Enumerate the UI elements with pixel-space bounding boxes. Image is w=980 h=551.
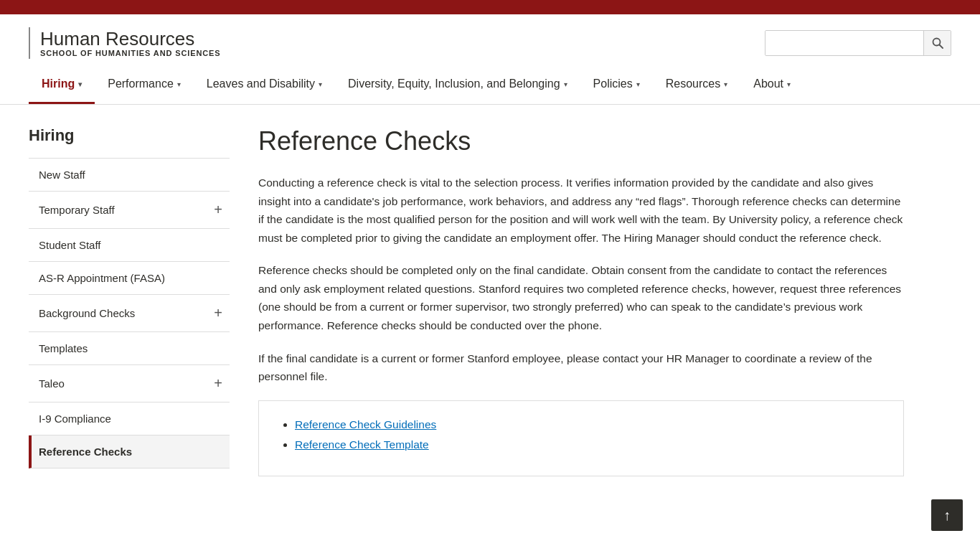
nav-label: Hiring [42,77,75,90]
site-subtitle: School of Humanities and Sciences [40,49,221,57]
search-button[interactable] [923,31,951,55]
nav-label: Resources [666,77,720,90]
nav-link[interactable]: Leaves and Disability▾ [194,66,335,102]
sidebar-link[interactable]: Taleo+ [29,365,230,402]
sidebar-link[interactable]: New Staff [29,159,230,191]
nav-list: Hiring▾Performance▾Leaves and Disability… [29,66,951,104]
chevron-down-icon: ▾ [787,80,791,88]
nav-label: Diversity, Equity, Inclusion, and Belong… [348,77,560,90]
search-input[interactable] [765,31,923,55]
links-list: Reference Check GuidelinesReference Chec… [281,418,882,451]
header-left: Human Resources School of Humanities and… [29,27,221,59]
main-layout: Hiring New StaffTemporary Staff+Student … [0,105,980,507]
content-link[interactable]: Reference Check Template [295,438,429,451]
sidebar: Hiring New StaffTemporary Staff+Student … [29,126,230,485]
sidebar-item-label: Background Checks [39,307,135,319]
sidebar-menu-item: Templates [29,332,230,365]
sidebar-item-label: Templates [39,342,88,354]
sidebar-menu-item: Background Checks+ [29,295,230,332]
sidebar-item-label: New Staff [39,169,85,181]
sidebar-link[interactable]: Templates [29,332,230,364]
nav-label: Leaves and Disability [207,77,315,90]
content-paragraph-3: If the final candidate is a current or f… [258,349,904,386]
sidebar-link[interactable]: Reference Checks [32,435,230,468]
site-title: Human Resources [40,29,221,50]
nav-link[interactable]: About▾ [740,66,804,102]
chevron-down-icon: ▾ [78,80,82,88]
sidebar-item-label: Taleo [39,377,65,390]
nav-item-diversity-equity-inclusion-and-belonging: Diversity, Equity, Inclusion, and Belong… [335,66,580,104]
sidebar-link[interactable]: Temporary Staff+ [29,192,230,228]
nav-item-policies: Policies▾ [580,66,653,104]
sidebar-menu-item: New Staff [29,159,230,192]
chevron-down-icon: ▾ [636,80,640,88]
content-area: Reference Checks Conducting a reference … [258,126,904,485]
nav-link[interactable]: Performance▾ [95,66,194,102]
nav-item-about: About▾ [740,66,804,104]
nav-label: About [753,77,783,90]
search-icon [932,37,943,49]
nav-item-leaves-and-disability: Leaves and Disability▾ [194,66,335,104]
list-item: Reference Check Guidelines [295,418,882,431]
sidebar-item-label: AS-R Appointment (FASA) [39,272,165,284]
sidebar-link[interactable]: Student Staff [29,229,230,261]
nav-item-hiring: Hiring▾ [29,66,95,104]
expand-icon[interactable]: + [214,305,222,321]
back-to-top-button[interactable]: ↑ [931,499,963,507]
list-item: Reference Check Template [295,438,882,451]
sidebar-menu-item: Student Staff [29,229,230,262]
sidebar-link[interactable]: AS-R Appointment (FASA) [29,262,230,294]
page-heading: Reference Checks [258,126,904,156]
header: Human Resources School of Humanities and… [0,14,980,66]
chevron-down-icon: ▾ [564,80,567,88]
links-box: Reference Check GuidelinesReference Chec… [258,400,904,476]
chevron-down-icon: ▾ [177,80,181,88]
sidebar-title: Hiring [29,126,230,145]
header-text: Human Resources School of Humanities and… [40,29,221,58]
nav-item-performance: Performance▾ [95,66,194,104]
sidebar-menu-item: Temporary Staff+ [29,192,230,229]
header-divider [29,27,30,59]
content-paragraph-2: Reference checks should be completed onl… [258,261,904,334]
main-nav: Hiring▾Performance▾Leaves and Disability… [0,66,980,105]
nav-link[interactable]: Resources▾ [653,66,740,102]
chevron-down-icon: ▾ [724,80,727,88]
sidebar-menu-item: Reference Checks [29,435,230,468]
sidebar-menu-item: Taleo+ [29,365,230,402]
content-link[interactable]: Reference Check Guidelines [295,418,436,430]
sidebar-item-label: Temporary Staff [39,204,115,216]
nav-label: Performance [108,77,174,90]
expand-icon[interactable]: + [214,375,222,392]
sidebar-menu-item: I-9 Compliance [29,402,230,435]
sidebar-link[interactable]: Background Checks+ [29,295,230,331]
content-paragraph-1: Conducting a reference check is vital to… [258,174,904,247]
nav-link[interactable]: Diversity, Equity, Inclusion, and Belong… [335,66,580,102]
sidebar-item-label: I-9 Compliance [39,413,111,425]
nav-item-resources: Resources▾ [653,66,740,104]
expand-icon[interactable]: + [214,202,222,218]
chevron-down-icon: ▾ [319,80,322,88]
svg-line-1 [939,45,943,49]
sidebar-menu-item: AS-R Appointment (FASA) [29,262,230,295]
nav-link[interactable]: Hiring▾ [29,66,95,104]
nav-link[interactable]: Policies▾ [580,66,653,102]
sidebar-link[interactable]: I-9 Compliance [29,402,230,435]
search-box [765,30,951,56]
sidebar-item-label: Reference Checks [39,446,132,458]
nav-label: Policies [593,77,633,90]
sidebar-item-label: Student Staff [39,239,100,251]
top-bar [0,0,980,14]
sidebar-menu: New StaffTemporary Staff+Student StaffAS… [29,158,230,468]
